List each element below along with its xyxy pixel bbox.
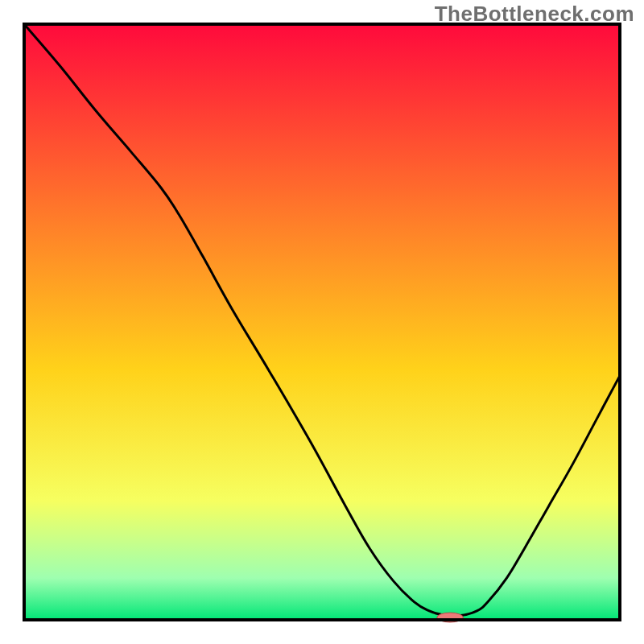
bottleneck-chart: TheBottleneck.com bbox=[0, 0, 644, 644]
chart-svg bbox=[0, 0, 644, 644]
watermark-text: TheBottleneck.com bbox=[435, 2, 634, 27]
gradient-background bbox=[24, 24, 620, 620]
